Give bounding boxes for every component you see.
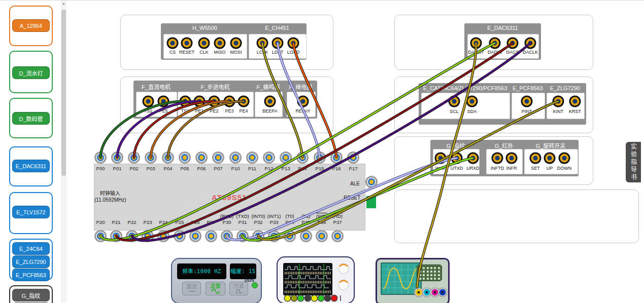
sidebar-button-E_DAC6311[interactable]: E_DAC6311 [12, 160, 50, 172]
scope-jack-0[interactable] [415, 288, 423, 297]
sidebar-button-D_流水灯[interactable]: D_流水灯 [12, 66, 50, 79]
pin-P06[interactable] [198, 154, 205, 161]
scope-key[interactable] [434, 271, 436, 273]
sidebar-button-D_数码管[interactable]: D_数码管 [12, 112, 50, 125]
scope-key[interactable] [438, 278, 440, 280]
scope-key[interactable] [438, 267, 440, 269]
pin-SDA[interactable] [468, 97, 477, 106]
pin-WAK[interactable] [436, 154, 445, 163]
pin-PE5[interactable] [159, 97, 168, 106]
pin-RESET[interactable] [183, 39, 191, 48]
scope-key[interactable] [430, 274, 432, 276]
pin-RELAY[interactable] [299, 97, 308, 106]
pin-P07[interactable] [215, 154, 222, 161]
scope-key[interactable] [419, 267, 421, 269]
scope-key[interactable] [419, 271, 421, 273]
scope-key[interactable] [438, 271, 440, 273]
pin-LCLK[interactable] [258, 39, 267, 48]
scope-key[interactable] [434, 267, 436, 269]
pin-PE1[interactable] [195, 97, 204, 106]
dds-button-正弦[interactable]: 正弦 [206, 282, 225, 295]
scope-key[interactable] [423, 274, 425, 276]
pin-PE2[interactable] [210, 97, 219, 106]
pin-DACS[interactable] [509, 39, 517, 48]
pin-INFTD[interactable] [493, 154, 502, 163]
pin-DADIN[interactable] [491, 39, 499, 48]
pin-P23[interactable] [144, 233, 151, 240]
la-channel-led-1[interactable] [291, 295, 297, 301]
pin-INFR[interactable] [507, 154, 516, 163]
la-channel-led-4[interactable] [312, 295, 317, 301]
scope-key[interactable] [419, 278, 421, 280]
scope-key[interactable] [423, 267, 425, 269]
pin-DACLK[interactable] [526, 39, 535, 48]
scope-key[interactable] [434, 274, 436, 276]
pin-DAOUT[interactable] [472, 39, 481, 48]
scope-key[interactable] [430, 278, 432, 280]
scope-key[interactable] [423, 278, 425, 280]
pin-P02[interactable] [130, 154, 138, 161]
pin-PINT[interactable] [523, 97, 531, 106]
scope-key[interactable] [427, 271, 429, 273]
pin-P12[interactable] [265, 154, 273, 161]
sidebar-button-E_PCF8563[interactable]: E_PCF8563 [12, 269, 50, 281]
sidebar-button-E_24C64[interactable]: E_24C64 [12, 242, 50, 255]
la-channel-led-0[interactable] [285, 295, 290, 301]
pin-P31[interactable] [239, 233, 246, 240]
la-knob-top[interactable] [337, 262, 350, 275]
pin-P24[interactable] [160, 233, 167, 240]
pin-P16[interactable] [333, 154, 340, 161]
pin-P27[interactable] [208, 233, 215, 240]
pin-P32[interactable] [255, 233, 262, 240]
scope-key[interactable] [430, 271, 432, 273]
pin-ALE[interactable] [368, 178, 375, 185]
dds-button-方波[interactable]: 方波 [229, 282, 248, 295]
pin-P34[interactable] [286, 233, 293, 240]
dds-button-直流[interactable]: 直流 [182, 282, 201, 295]
pin-LDAT[interactable] [274, 39, 282, 48]
pin-SCL[interactable] [450, 97, 459, 106]
sidebar-button-G_指纹[interactable]: G_指纹 [12, 289, 50, 301]
sidebar-button-E_TLV1572[interactable]: E_TLV1572 [12, 206, 50, 218]
pin-MISO[interactable] [216, 39, 224, 48]
pin-P04[interactable] [164, 154, 172, 161]
la-channel-led-6[interactable] [325, 295, 330, 301]
scope-key[interactable] [427, 278, 429, 280]
pin-P35[interactable] [302, 233, 310, 240]
pin-P00[interactable] [97, 154, 104, 161]
sidebar-scrollbar-thumb[interactable] [61, 10, 66, 176]
scope-key[interactable] [434, 278, 436, 280]
sidebar-button-A_12864[interactable]: A_12864 [12, 19, 50, 32]
pin-CLK[interactable] [200, 39, 209, 48]
scope-key[interactable] [427, 274, 429, 276]
scope-key[interactable] [423, 271, 425, 273]
pin-P30[interactable] [223, 233, 230, 240]
guide-book-tab[interactable]: 实验指导书 [626, 142, 641, 182]
scope-key[interactable] [419, 274, 421, 276]
la-channel-led-5[interactable] [318, 295, 324, 301]
pin-P25[interactable] [176, 233, 183, 240]
pin-CS[interactable] [168, 39, 177, 48]
pin-DOWN[interactable] [560, 154, 569, 163]
pin-P33[interactable] [270, 233, 278, 240]
pin-UP[interactable] [546, 154, 554, 163]
pin-TS1[interactable] [181, 97, 190, 106]
pin-KINT[interactable] [554, 97, 563, 106]
pin-P01[interactable] [114, 154, 121, 161]
pin-P26[interactable] [192, 233, 199, 240]
pin-KRST[interactable] [571, 97, 580, 106]
pin-P15[interactable] [316, 154, 323, 161]
scroll-up-icon[interactable]: ▲ [61, 2, 66, 5]
la-channel-led-2[interactable] [298, 295, 303, 301]
pin-SET[interactable] [531, 154, 540, 163]
scope-jack-3[interactable] [438, 288, 447, 297]
scope-key[interactable] [438, 274, 440, 276]
reset-button[interactable] [366, 196, 376, 208]
pin-P36[interactable] [318, 233, 325, 240]
pin-P03[interactable] [147, 154, 154, 161]
pin-P20[interactable] [97, 233, 104, 240]
scope-key[interactable] [427, 267, 429, 269]
pin-P37[interactable] [334, 233, 341, 240]
pin-TS2[interactable] [144, 97, 153, 106]
pin-P14[interactable] [299, 154, 306, 161]
